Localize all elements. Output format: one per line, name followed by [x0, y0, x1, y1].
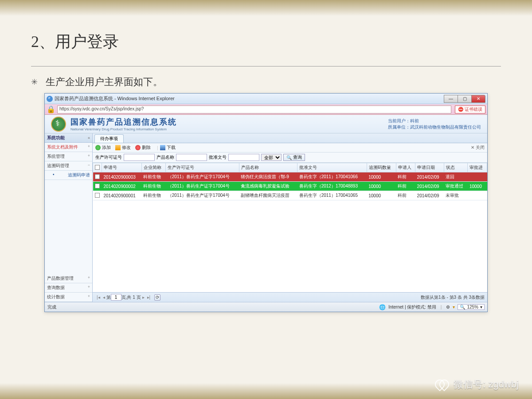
pager: |◂ ◂ 第 页,共 1 页 ▸ ▸| ⟳ 数据从第1条 - 第3 条 共 3条…: [93, 292, 487, 302]
sidebar-item-product[interactable]: 产品数据管理+: [45, 274, 92, 283]
wechat-icon: [435, 378, 450, 391]
sidebar-item-trace[interactable]: 追溯码管理−: [45, 161, 92, 171]
filter-label-approval: 批准文号: [209, 154, 227, 160]
page-input[interactable]: [111, 294, 121, 301]
filter-bar: 生产许可证号 产品名称 批准文号 全部 🔍查询: [93, 153, 487, 163]
grid-header-row: 申请号企业简称生产许可证号 产品名称批准文号追溯码数量 申请人申请日期状态审批进: [93, 163, 487, 172]
tab-pending[interactable]: 待办事项: [94, 134, 124, 143]
minimize-button[interactable]: —: [444, 95, 458, 103]
security-zone: Internet | 保护模式: 禁用: [388, 304, 436, 310]
pager-info: 数据从第1条 - 第3 条 共 3条数据: [421, 294, 485, 301]
ie-icon: [47, 96, 53, 102]
sidebar-item-query[interactable]: 查询数据+: [45, 283, 92, 293]
cert-error-badge[interactable]: 证书错误: [455, 106, 485, 113]
delete-icon: [135, 145, 141, 150]
sidebar-header: 系统功能«: [45, 133, 92, 143]
table-row[interactable]: 2014020900001科前生物（2011）兽药生产证字17004号副猪嗜血杆…: [93, 191, 487, 200]
filter-label-product: 产品名称: [156, 154, 174, 160]
sidebar: 系统功能« 系统文档及附件+ 系统管理+ 追溯码管理− 追溯码申请 产品数据管理…: [45, 133, 93, 302]
protected-mode-icon: ⚙: [446, 305, 450, 309]
edit-icon: [115, 145, 121, 150]
collapse-icon[interactable]: «: [88, 136, 90, 140]
feed-icon: ▾: [453, 305, 455, 309]
row-checkbox[interactable]: [95, 184, 100, 188]
sidebar-item-docs[interactable]: 系统文档及附件+: [45, 143, 92, 152]
browser-window: 国家兽药产品追溯信息系统 - Windows Internet Explorer…: [44, 93, 488, 312]
row-checkbox[interactable]: [95, 193, 100, 198]
action-toolbar: 添加 修改 删除 | 下载 ✕ 关闭: [93, 143, 487, 153]
download-button[interactable]: 下载: [160, 145, 176, 151]
app-logo-icon: [51, 117, 66, 132]
filter-input-license[interactable]: [124, 154, 155, 161]
prev-page-button[interactable]: ◂: [103, 295, 105, 300]
watermark: 微信号: zgdwbj: [435, 378, 519, 391]
browser-status-bar: 完成 🌐 Internet | 保护模式: 禁用 | ⚙ ▾ 🔍 125% ▾: [45, 302, 487, 312]
sidebar-item-sysmanage[interactable]: 系统管理+: [45, 152, 92, 161]
window-title-bar: 国家兽药产品追溯信息系统 - Windows Internet Explorer…: [45, 94, 487, 104]
user-info: 当前用户：科前 所属单位：武汉科前动物生物制品有限责任公司: [388, 118, 481, 130]
divider: [31, 66, 501, 66]
close-button[interactable]: ✕: [471, 95, 485, 103]
globe-icon: 🌐: [379, 304, 386, 310]
sidebar-item-stats[interactable]: 统计数据+: [45, 293, 92, 302]
tab-close-button[interactable]: ✕ 关闭: [471, 145, 485, 151]
search-icon: 🔍: [286, 155, 292, 160]
filter-label-license: 生产许可证号: [95, 154, 122, 160]
app-title-zh: 国家兽药产品追溯信息系统: [70, 117, 177, 127]
status-done: 完成: [47, 304, 56, 310]
filter-select-scope[interactable]: 全部: [261, 154, 282, 161]
bullet-text: 生产企业用户主界面如下。: [46, 75, 163, 89]
delete-button[interactable]: 删除: [135, 145, 151, 151]
last-page-button[interactable]: ▸|: [147, 295, 151, 300]
tab-bar: 待办事项: [93, 133, 487, 143]
add-icon: [95, 145, 101, 150]
table-row[interactable]: 2014020900002科前生物（2011）兽药生产证字17004号禽流感病毒…: [93, 182, 487, 191]
maximize-button[interactable]: ▢: [458, 95, 472, 103]
filter-input-approval[interactable]: [228, 154, 259, 161]
edit-button[interactable]: 修改: [115, 145, 131, 151]
app-title-en: National Vererinary Drug Product Tracing…: [70, 127, 177, 131]
next-page-button[interactable]: ▸: [142, 295, 145, 300]
zoom-control[interactable]: 🔍 125% ▾: [458, 304, 485, 310]
search-button[interactable]: 🔍查询: [283, 154, 305, 161]
sidebar-subitem-apply[interactable]: 追溯码申请: [45, 171, 92, 180]
slide-title: 2、用户登录: [31, 31, 501, 53]
address-bar: 🔒 https://sysy.ivdc.gov.cn/SyZs/jsp/inde…: [45, 104, 487, 115]
table-row[interactable]: 2014020900003科前生物（2011）兽药生产证字17004号猪伪狂犬病…: [93, 172, 487, 182]
bullet-icon: ✳: [31, 77, 38, 87]
add-button[interactable]: 添加: [95, 145, 111, 151]
select-all-checkbox[interactable]: [95, 165, 100, 170]
first-page-button[interactable]: |◂: [97, 295, 100, 300]
bullet-line: ✳ 生产企业用户主界面如下。: [31, 75, 501, 89]
lock-icon: 🔒: [47, 105, 55, 113]
data-grid: 申请号企业简称生产许可证号 产品名称批准文号追溯码数量 申请人申请日期状态审批进…: [93, 163, 487, 292]
url-input[interactable]: https://sysy.ivdc.gov.cn/SyZs/jsp/index.…: [57, 106, 451, 113]
window-title: 国家兽药产品追溯信息系统 - Windows Internet Explorer: [55, 95, 175, 102]
refresh-button[interactable]: ⟳: [154, 294, 160, 301]
row-checkbox[interactable]: [95, 174, 100, 179]
download-icon: [160, 145, 165, 150]
app-header: 国家兽药产品追溯信息系统 National Vererinary Drug Pr…: [45, 115, 487, 133]
filter-input-product[interactable]: [176, 154, 207, 161]
